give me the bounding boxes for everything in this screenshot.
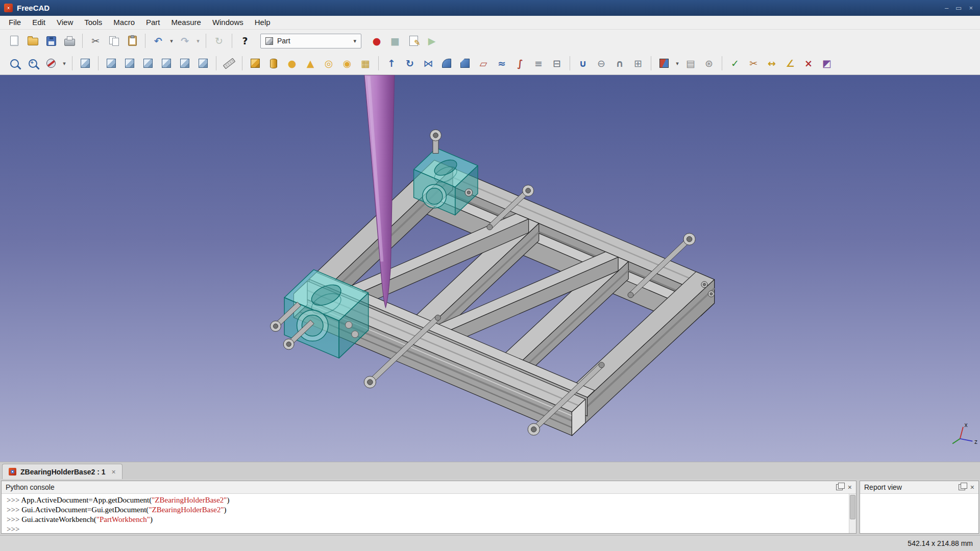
measure-linear[interactable]: ↔ [763, 54, 780, 72]
close-panel-icon[interactable]: × [970, 484, 974, 491]
view-front[interactable] [103, 54, 120, 72]
save-document[interactable] [42, 32, 60, 50]
part-revolve[interactable]: ↻ [401, 54, 419, 72]
part-ruled-surface-icon: ▱ [480, 59, 487, 68]
part-torus[interactable]: ◎ [320, 54, 337, 72]
menu-part[interactable]: Part [140, 16, 166, 29]
tab-close-icon[interactable]: × [112, 468, 116, 476]
macro-record[interactable]: ● [368, 32, 385, 50]
close-button[interactable]: × [969, 4, 973, 12]
workbench-selector[interactable]: Part ▾ [260, 34, 361, 48]
z-rod[interactable] [364, 75, 395, 308]
part-tube[interactable]: ◉ [338, 54, 356, 72]
part-compound-tools[interactable]: ⊛ [700, 54, 718, 72]
part-cross-sections[interactable]: ▤ [682, 54, 699, 72]
cut[interactable]: ✂ [87, 32, 104, 50]
draw-style-options[interactable]: ▾ [61, 54, 68, 72]
redo-options[interactable]: ▾ [194, 32, 202, 50]
view-bottom-icon [180, 59, 189, 68]
title-bar[interactable]: FreeCAD – ▭ × [0, 0, 980, 16]
macro-stop[interactable]: ■ [386, 32, 404, 50]
model-canvas[interactable]: x z [0, 75, 980, 462]
fit-all[interactable] [6, 54, 23, 72]
measure-linear-icon: ↔ [768, 59, 776, 68]
report-view-header[interactable]: Report view × [860, 481, 978, 494]
defeaturing[interactable]: ✂ [745, 54, 762, 72]
view-left[interactable] [194, 54, 212, 72]
python-console-header[interactable]: Python console × [2, 481, 856, 494]
new-document[interactable] [6, 32, 23, 50]
menu-edit[interactable]: Edit [27, 16, 51, 29]
part-cylinder[interactable] [265, 54, 282, 72]
toolbar-separator [651, 56, 651, 70]
measure-angular[interactable]: ∠ [781, 54, 799, 72]
part-box[interactable] [247, 54, 264, 72]
part-cone[interactable]: ▲ [302, 54, 319, 72]
menu-macro[interactable]: Macro [108, 16, 140, 29]
part-compound[interactable]: ⊞ [629, 54, 647, 72]
console-line: >>> App.ActiveDocument=App.getDocument("… [7, 495, 847, 505]
part-section[interactable] [655, 54, 673, 72]
fit-selection[interactable] [24, 54, 41, 72]
measure-toggle-all[interactable]: ◩ [818, 54, 836, 72]
view-top[interactable] [121, 54, 138, 72]
menu-file[interactable]: File [3, 16, 27, 29]
menu-tools[interactable]: Tools [79, 16, 108, 29]
measure-clear-all[interactable]: × [800, 54, 817, 72]
view-axonometric[interactable] [77, 54, 94, 72]
part-loft[interactable]: ≈ [493, 54, 510, 72]
macro-edit[interactable] [405, 32, 422, 50]
draw-style[interactable] [42, 54, 60, 72]
macro-stop-icon: ■ [390, 36, 400, 46]
part-chamfer[interactable] [456, 54, 474, 72]
part-boolean[interactable]: ∪ [574, 54, 592, 72]
whats-this[interactable]: ? [236, 32, 254, 50]
part-section-options[interactable]: ▾ [674, 54, 681, 72]
paste[interactable] [124, 32, 141, 50]
maximize-button[interactable]: ▭ [955, 4, 962, 12]
part-sphere[interactable]: ● [283, 54, 301, 72]
menu-view[interactable]: View [51, 16, 79, 29]
measure-tool[interactable] [220, 54, 238, 72]
console-scrollbar-thumb[interactable] [850, 495, 855, 519]
menu-help[interactable]: Help [249, 16, 276, 29]
view-rear[interactable] [158, 54, 175, 72]
bearing-block-front[interactable] [284, 270, 369, 358]
python-console-body[interactable]: >>> App.ActiveDocument=App.getDocument("… [2, 494, 856, 533]
part-shape-builder[interactable]: ▦ [357, 54, 374, 72]
part-sweep[interactable]: ∫ [511, 54, 529, 72]
copy[interactable] [105, 32, 122, 50]
close-panel-icon[interactable]: × [848, 484, 852, 491]
view-bottom[interactable] [176, 54, 193, 72]
menu-measure[interactable]: Measure [166, 16, 207, 29]
report-view-body[interactable] [860, 494, 978, 533]
menu-windows[interactable]: Windows [207, 16, 249, 29]
open-document[interactable] [24, 32, 41, 50]
part-ruled-surface[interactable]: ▱ [475, 54, 492, 72]
part-thickness[interactable]: ⊟ [548, 54, 566, 72]
console-scrollbar[interactable] [849, 494, 856, 533]
float-panel-icon[interactable] [836, 484, 843, 490]
part-extrude[interactable]: ↑ [383, 54, 400, 72]
3d-viewport[interactable]: x z [0, 75, 980, 462]
part-common[interactable]: ∩ [611, 54, 628, 72]
float-panel-icon[interactable] [959, 484, 965, 490]
macro-execute[interactable]: ▶ [423, 32, 440, 50]
status-bar: 542.14 x 214.88 mm [0, 535, 980, 551]
part-common-icon: ∩ [616, 59, 623, 68]
part-cut[interactable]: ⊖ [593, 54, 610, 72]
part-offset[interactable]: ≡ [530, 54, 547, 72]
view-right[interactable] [139, 54, 157, 72]
undo-options[interactable]: ▾ [168, 32, 175, 50]
check-geometry[interactable]: ✓ [726, 54, 744, 72]
print-document[interactable] [61, 32, 78, 50]
undo[interactable]: ↶ [150, 32, 167, 50]
minimize-button[interactable]: – [945, 4, 948, 12]
refresh[interactable]: ↻ [210, 32, 228, 50]
view-left-icon [199, 59, 208, 68]
redo[interactable]: ↷ [176, 32, 193, 50]
part-mirror[interactable]: ⋈ [420, 54, 437, 72]
mdi-tab-bar: ZBearingHolderBase2 : 1 × [0, 462, 980, 479]
part-fillet[interactable] [438, 54, 455, 72]
document-tab[interactable]: ZBearingHolderBase2 : 1 × [2, 464, 122, 479]
